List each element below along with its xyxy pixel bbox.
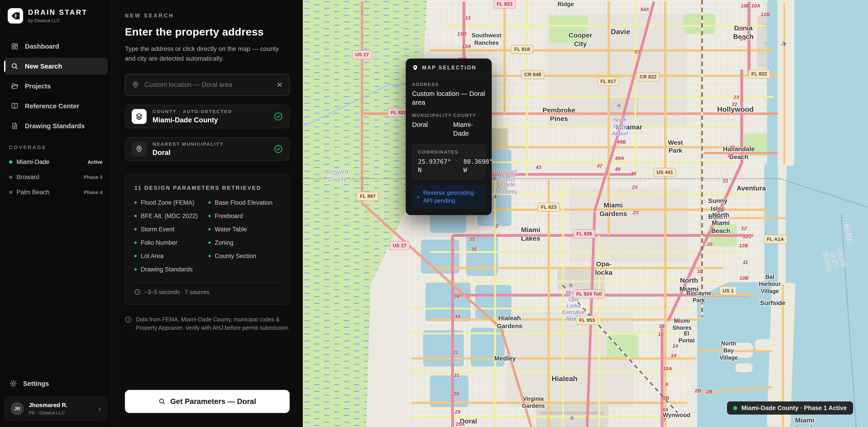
road	[430, 267, 724, 269]
route-shield: US 441	[653, 168, 676, 177]
city-label: Pembroke Pines	[542, 106, 575, 123]
exit-number: 24	[740, 36, 746, 42]
sidebar-item-dashboard[interactable]: Dashboard	[4, 38, 107, 55]
city-label: Medley	[494, 354, 516, 362]
map[interactable]: RidgeSouthwest RanchesCooper CityDavieDa…	[303, 0, 868, 427]
exit-number: 16	[678, 318, 683, 324]
route-shield: US 27	[352, 50, 372, 59]
county-card-value: Miami-Dade County	[153, 116, 232, 124]
road	[664, 1, 666, 427]
exit-number: 12C	[743, 234, 752, 239]
clear-input-icon[interactable]: ✕	[277, 81, 283, 89]
bullet-dot	[134, 201, 137, 204]
pin-icon	[412, 64, 418, 71]
search-icon	[158, 398, 166, 405]
geocoding-status-text: Reverse geocoding · API pending	[423, 189, 481, 205]
municipality-value: Doral	[412, 120, 453, 129]
get-parameters-button[interactable]: Get Parameters — Doral	[125, 390, 290, 413]
sidebar-item-drawing-standards[interactable]: Drawing Standards	[4, 118, 107, 135]
road	[783, 3, 785, 164]
sidebar-item-settings[interactable]: Settings	[0, 380, 112, 387]
pin-icon	[132, 141, 147, 157]
coverage-status: Phase 4	[84, 190, 102, 195]
road	[526, 1, 528, 179]
avatar: JR	[11, 402, 24, 415]
parameters-card: 11 DESIGN PARAMETERS RETRIEVED Flood Zon…	[125, 174, 290, 305]
settings-label: Settings	[23, 380, 49, 387]
exit-number: 22	[730, 144, 735, 151]
exit-number: 18	[697, 268, 703, 274]
sidebar-item-reference-center[interactable]: Reference Center	[4, 97, 107, 115]
exit-number: 9	[665, 382, 668, 387]
route-shield: CR 822	[637, 72, 660, 81]
route-shield: FL 997	[356, 192, 378, 201]
exit-number: 14	[673, 343, 678, 349]
exit-number: 23	[738, 26, 744, 32]
coverage-row-broward[interactable]: BrowardPhase 3	[9, 174, 102, 181]
municipality-card-value: Doral	[153, 149, 223, 157]
page-title: Enter the property address	[125, 26, 290, 38]
exit-number: 10B	[740, 275, 748, 281]
route-shield: FL 953	[576, 316, 598, 325]
app-title: DRAIN START	[28, 8, 88, 17]
exit-number: 54X	[640, 6, 649, 12]
profile-card[interactable]: JR Jhosmared R. PE · Disaica LLC ›	[4, 396, 107, 421]
exit-number: 5	[493, 176, 496, 182]
exit-number: 49A	[615, 155, 624, 161]
phase-badge-text: Miami-Dade County · Phase 1 Active	[741, 405, 847, 412]
coverage-row-miami-dade[interactable]: Miami-DadeActive	[9, 159, 102, 166]
city-label: Opa-locka	[595, 260, 613, 276]
exit-number: 12B	[739, 243, 748, 249]
address-label: ADDRESS	[412, 82, 485, 87]
city-label: Hialeah	[552, 374, 578, 383]
map-pin-icon	[132, 81, 140, 89]
exit-number: 49B	[617, 139, 626, 145]
boundary-label: Broward County	[326, 168, 348, 183]
address-input[interactable]	[144, 81, 272, 89]
exit-number: 10A	[663, 366, 672, 371]
city-label: Aventura	[737, 184, 766, 193]
gear-icon	[9, 380, 17, 387]
parameters-heading: 11 DESIGN PARAMETERS RETRIEVED	[134, 185, 280, 191]
panel-description: Type the address or click directly on th…	[125, 44, 283, 64]
exit-number: 29	[454, 391, 459, 397]
exit-number: 7	[663, 417, 666, 423]
sidebar-item-label: New Search	[25, 63, 62, 70]
exit-number: 43	[536, 164, 541, 170]
search-panel: NEW SEARCH Enter the property address Ty…	[112, 0, 303, 427]
city-label: Miami Gardens	[599, 201, 627, 218]
route-shield: CR 848	[521, 70, 545, 79]
parameter-item: Base Flood Elevation	[208, 199, 280, 206]
road	[548, 180, 550, 427]
exit-number: 31	[454, 372, 459, 379]
sidebar-item-projects[interactable]: Projects	[4, 77, 107, 95]
coverage-name: Miami-Dade	[17, 159, 50, 166]
exit-number: 11	[743, 259, 748, 265]
data-disclaimer: Data from FEMA, Miami-Dade County, munic…	[125, 315, 290, 332]
road	[608, 1, 610, 235]
exit-number: 29	[455, 409, 460, 415]
city-label: Surfside	[760, 299, 785, 307]
exit-number: 8A	[662, 407, 669, 413]
coverage-row-palm-beach[interactable]: Palm BeachPhase 4	[9, 189, 102, 196]
sidebar-item-label: Dashboard	[25, 43, 59, 50]
exit-number: 20	[718, 207, 723, 213]
route-shield: FL 822	[748, 69, 770, 78]
route-shield: FL 818	[511, 45, 533, 54]
road	[411, 357, 696, 360]
sidebar-item-new-search[interactable]: New Search	[4, 58, 107, 75]
bullet-dot	[208, 201, 211, 204]
bullet-dot	[208, 241, 211, 244]
app-window: DRAIN START by Disaica LLC DashboardNew …	[0, 0, 868, 427]
app-subtitle: by Disaica LLC	[28, 18, 88, 23]
road	[451, 235, 454, 427]
county-label: COUNTY	[453, 113, 485, 118]
parameter-item: Water Table	[208, 226, 280, 233]
sidebar-nav: DashboardNew SearchProjectsReference Cen…	[0, 31, 112, 135]
county-value: Miami-Dade	[453, 120, 485, 138]
exit-number: 2	[496, 223, 498, 229]
route-shield: FL 823	[538, 203, 560, 212]
exit-number: 21	[723, 178, 728, 184]
exit-number: 22	[732, 102, 737, 107]
road	[494, 179, 496, 427]
